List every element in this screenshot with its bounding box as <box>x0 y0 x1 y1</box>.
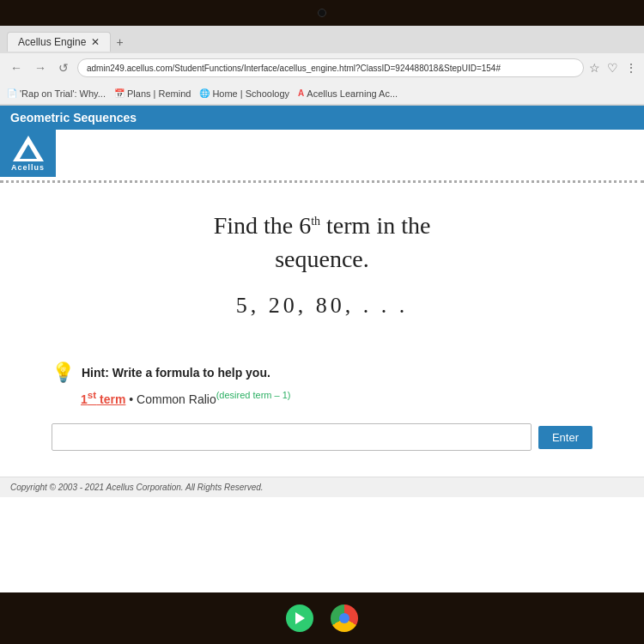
bookmark-icon-1: 📅 <box>114 88 125 98</box>
question-text-part2: term in the <box>320 212 430 239</box>
hint-bulb-icon: 💡 <box>52 361 75 384</box>
screen: Acellus Engine ✕ + ← → ↺ admin249.acellu… <box>0 26 644 592</box>
tab-bar: Acellus Engine ✕ + <box>0 26 644 53</box>
bookmark-label-2: Home | Schoology <box>212 88 289 99</box>
chrome-inner-circle <box>339 613 349 623</box>
bookmark-label-1: Plans | Remind <box>127 88 191 99</box>
address-input[interactable]: admin249.acellus.com/StudentFunctions/In… <box>77 58 584 77</box>
active-tab[interactable]: Acellus Engine ✕ <box>7 32 111 52</box>
forward-button[interactable]: → <box>31 59 50 76</box>
question-text-part1: Find the 6 <box>214 212 312 239</box>
bezel-top <box>0 0 644 26</box>
hint-text: Hint: Write a formula to help you. <box>82 366 270 380</box>
address-bar-row: ← → ↺ admin249.acellus.com/StudentFuncti… <box>0 53 644 82</box>
logo-triangle-inner <box>20 144 37 159</box>
menu-icon[interactable]: ⋮ <box>625 61 637 75</box>
enter-button[interactable]: Enter <box>538 426 592 449</box>
question-sup: th <box>311 215 320 228</box>
back-button[interactable]: ← <box>7 59 26 76</box>
sequence-display: 5, 20, 80, . . . <box>34 293 610 319</box>
formula-row: 1st term • Common Ralio(desired term – 1… <box>52 389 291 406</box>
svg-marker-0 <box>295 612 305 624</box>
chrome-icon[interactable] <box>331 605 358 632</box>
tab-close-icon[interactable]: ✕ <box>91 36 100 48</box>
copyright-text: Copyright © 2003 - 2021 Acellus Corporat… <box>10 483 264 492</box>
browser-chrome: Acellus Engine ✕ + ← → ↺ admin249.acellu… <box>0 26 644 106</box>
bookmark-label-0: 'Rap on Trial': Why... <box>20 88 106 99</box>
question-text-part3: sequence. <box>275 246 369 272</box>
page-header-title: Geometric Sequences <box>10 111 137 125</box>
bookmark-label-3: Acellus Learning Ac... <box>307 88 398 99</box>
formula-first-term: 1st term <box>81 392 125 406</box>
question-title: Find the 6th term in the sequence. <box>34 209 610 276</box>
question-area: Find the 6th term in the sequence. 5, 20… <box>0 183 644 361</box>
formula-bullet: • Common Ralio <box>129 392 216 406</box>
bookmark-icon-0: 📄 <box>7 88 17 98</box>
new-tab-button[interactable]: + <box>116 35 123 49</box>
browser-icons: ☆ ♡ ⋮ <box>589 61 637 75</box>
acellus-header: Geometric Sequences <box>0 106 644 130</box>
address-text: admin249.acellus.com/StudentFunctions/In… <box>87 64 501 73</box>
bookmark-home-schoology[interactable]: 🌐 Home | Schoology <box>199 88 289 99</box>
answer-area: Enter <box>0 423 644 451</box>
logo-text: Acellus <box>11 163 45 172</box>
bookmarks-bar: 📄 'Rap on Trial': Why... 📅 Plans | Remin… <box>0 82 644 105</box>
hint-row: 💡 Hint: Write a formula to help you. <box>52 361 270 384</box>
acellus-logo-bar: Acellus <box>0 130 644 183</box>
bookmark-rap-on-trial[interactable]: 📄 'Rap on Trial': Why... <box>7 88 106 99</box>
camera-dot <box>318 9 326 17</box>
bookmark-icon-2: 🌐 <box>199 88 210 98</box>
acellus-logo: Acellus <box>0 130 56 177</box>
bookmark-plans-remind[interactable]: 📅 Plans | Remind <box>114 88 191 99</box>
formula-exponent: (desired term – 1) <box>216 390 291 400</box>
profile-icon[interactable]: ♡ <box>607 61 618 75</box>
answer-input[interactable] <box>52 423 532 451</box>
bezel-bottom <box>0 592 644 644</box>
bookmark-icon-3: A <box>298 88 304 98</box>
page-footer: Copyright © 2003 - 2021 Acellus Corporat… <box>0 477 644 497</box>
hint-section: 💡 Hint: Write a formula to help you. 1st… <box>0 361 644 406</box>
bookmark-acellus[interactable]: A Acellus Learning Ac... <box>298 88 398 99</box>
tab-label: Acellus Engine <box>18 36 86 48</box>
page-content: Geometric Sequences Acellus Find the 6th… <box>0 106 644 592</box>
play-icon[interactable] <box>286 605 313 632</box>
star-icon[interactable]: ☆ <box>589 61 600 75</box>
refresh-button[interactable]: ↺ <box>55 59 72 76</box>
